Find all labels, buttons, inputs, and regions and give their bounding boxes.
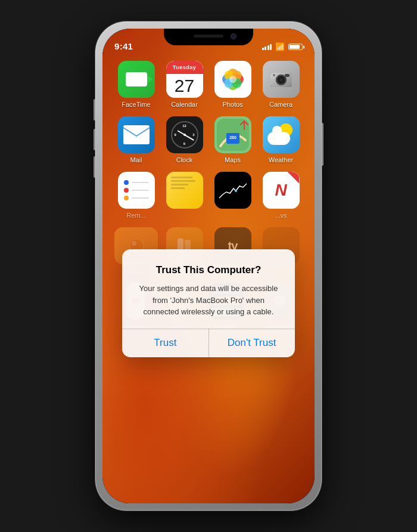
alert-content: Trust This Computer? Your settings and d… <box>122 249 295 329</box>
alert-title: Trust This Computer? <box>134 264 283 277</box>
alert-message: Your settings and data will be accessibl… <box>134 283 283 318</box>
app-item-calendar[interactable]: Tuesday 27 Calendar <box>163 61 206 108</box>
svg-point-24 <box>235 190 237 192</box>
phone-frame: 9:41 📶 <box>95 21 322 511</box>
dont-trust-button[interactable]: Don't Trust <box>208 329 295 357</box>
app-label-facetime: FaceTime <box>122 101 151 108</box>
signal-icon <box>262 44 272 50</box>
calendar-weekday: Tuesday <box>166 61 203 74</box>
app-item-reminders[interactable]: Rem... <box>114 172 158 219</box>
app-item-clock[interactable]: 12 3 6 9 Clock <box>163 116 206 163</box>
svg-point-13 <box>279 78 283 82</box>
notch <box>164 29 253 45</box>
phone-screen: 9:41 📶 <box>102 29 315 503</box>
app-label-maps: Maps <box>225 156 241 163</box>
svg-text:280: 280 <box>229 135 236 140</box>
alert-overlay: Trust This Computer? Your settings and d… <box>102 237 315 369</box>
alert-dialog: Trust This Computer? Your settings and d… <box>122 249 295 357</box>
app-label-photos: Photos <box>222 101 242 108</box>
app-item-stocks[interactable] <box>211 172 254 219</box>
alert-buttons: Trust Don't Trust <box>122 329 295 357</box>
app-item-maps[interactable]: 280 Maps <box>211 116 254 163</box>
trust-button[interactable]: Trust <box>122 329 208 357</box>
app-label-news: ...vs <box>275 212 287 219</box>
battery-icon <box>288 44 303 50</box>
app-item-photos[interactable]: Photos <box>211 61 254 108</box>
calendar-day: 27 <box>175 77 194 95</box>
app-item-facetime[interactable]: FaceTime <box>114 61 158 108</box>
svg-point-15 <box>273 74 275 76</box>
app-item-notes[interactable] <box>163 172 206 219</box>
app-label-weather: Weather <box>269 156 293 163</box>
svg-rect-17 <box>123 125 150 144</box>
notch-speaker <box>194 35 223 38</box>
notch-camera <box>231 33 236 39</box>
status-time: 9:41 <box>114 41 133 51</box>
svg-rect-14 <box>285 74 290 77</box>
app-item-mail[interactable]: Mail <box>114 116 158 163</box>
app-label-calendar: Calendar <box>171 101 198 108</box>
svg-point-8 <box>229 76 236 83</box>
app-label-camera: Camera <box>269 101 292 108</box>
app-label-mail: Mail <box>130 156 142 163</box>
screen: 9:41 📶 <box>102 29 315 503</box>
app-item-news[interactable]: N ...vs <box>259 172 303 219</box>
app-item-camera[interactable]: Camera <box>259 61 303 108</box>
app-label-reminders: Rem... <box>126 212 145 219</box>
status-icons: 📶 <box>262 42 303 51</box>
app-label-clock: Clock <box>176 156 193 163</box>
wifi-icon: 📶 <box>275 42 285 51</box>
app-item-weather[interactable]: Weather <box>259 116 303 163</box>
